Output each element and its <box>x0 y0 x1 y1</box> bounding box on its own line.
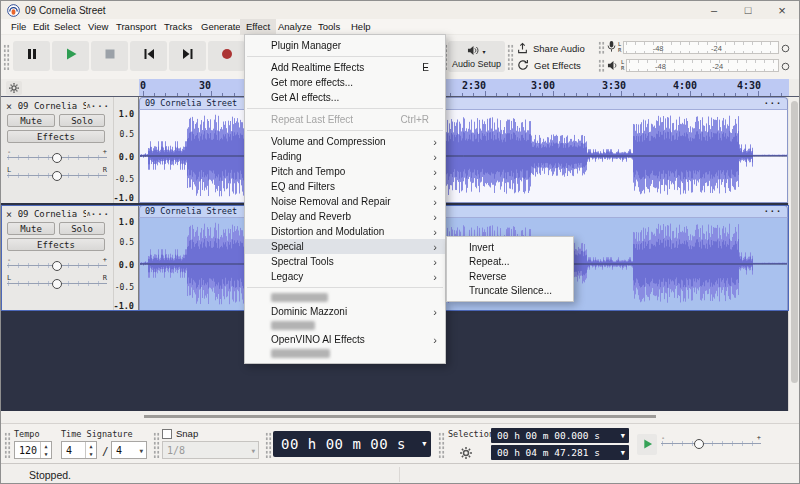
menu-item-legacy[interactable]: Legacy› <box>245 269 445 284</box>
menu-item-get-ai-effects[interactable]: Get AI effects... <box>245 90 445 105</box>
toolbar-grip[interactable] <box>598 59 605 72</box>
menubar-item-tools[interactable]: Tools <box>312 19 346 35</box>
slider-thumb[interactable] <box>52 171 62 181</box>
toolbar-grip[interactable] <box>153 432 160 458</box>
track-close-icon[interactable]: × <box>6 101 16 112</box>
stop-button[interactable] <box>91 41 128 71</box>
solo-button[interactable]: Solo <box>59 114 105 127</box>
menubar-item-analyze[interactable]: Analyze <box>272 19 318 35</box>
horizontal-scrollbar[interactable] <box>1 411 799 423</box>
pan-slider[interactable]: LR <box>7 167 107 180</box>
time-signature-upper-input[interactable]: 4 ▲▼ <box>61 441 97 459</box>
slider-thumb[interactable] <box>52 153 62 163</box>
timeline-options-button[interactable] <box>6 81 22 95</box>
submenu-item-reverse[interactable]: Reverse <box>447 269 573 284</box>
get-effects-button[interactable]: Get Effects <box>517 58 581 73</box>
toolbar-grip[interactable] <box>4 432 11 458</box>
record-button[interactable] <box>208 41 245 71</box>
play-button[interactable] <box>52 41 89 71</box>
pan-slider[interactable]: LR <box>7 275 107 288</box>
tempo-spinner[interactable]: ▲▼ <box>40 442 51 458</box>
gain-slider[interactable]: -+ <box>7 149 107 162</box>
close-button[interactable]: × <box>765 1 799 19</box>
playback-meter-bar[interactable]: -48-24 <box>626 59 779 72</box>
selection-start-field[interactable]: 00 h 00 m 00.000 s ▼ <box>491 428 629 443</box>
menubar-item-generate[interactable]: Generate <box>195 19 247 35</box>
slider-thumb[interactable] <box>694 439 704 449</box>
audio-setup-button[interactable]: ▾ Audio Setup <box>448 41 505 72</box>
menu-item-redacted[interactable] <box>245 291 445 304</box>
snap-checkbox[interactable]: Snap <box>162 428 198 439</box>
waveform-display[interactable] <box>139 110 788 203</box>
vertical-scrollbar-thumb[interactable] <box>791 101 798 383</box>
mute-button[interactable]: Mute <box>7 222 55 235</box>
toolbar-grip[interactable] <box>3 44 10 70</box>
track-menu-icon[interactable]: ··· <box>91 101 110 111</box>
clip-menu-icon[interactable]: ··· <box>764 98 782 109</box>
menu-item-eq-and-filters[interactable]: EQ and Filters› <box>245 179 445 194</box>
menu-item-openvino-ai-effects[interactable]: OpenVINO AI Effects› <box>245 332 445 347</box>
slider-thumb[interactable] <box>52 261 62 271</box>
slider-thumb[interactable] <box>52 279 62 289</box>
selection-end-field[interactable]: 00 h 04 m 47.281 s ▼ <box>491 445 629 460</box>
menu-item-redacted[interactable] <box>245 347 445 360</box>
menubar-item-tracks[interactable]: Tracks <box>158 19 198 35</box>
pause-button[interactable] <box>13 41 50 71</box>
submenu-item-truncate-silence[interactable]: Truncate Silence... <box>447 284 573 299</box>
audio-clip[interactable]: 09 Cornelia Street··· <box>139 97 788 203</box>
time-signature-spinner[interactable]: ▲▼ <box>85 442 96 458</box>
effects-button[interactable]: Effects <box>7 238 105 251</box>
menu-item-add-realtime-effects[interactable]: Add Realtime EffectsE <box>245 60 445 75</box>
menubar-item-select[interactable]: Select <box>48 19 86 35</box>
selection-settings-gear-icon[interactable] <box>460 445 472 463</box>
gain-slider[interactable]: -+ <box>7 257 107 270</box>
track-name[interactable]: 09 Cornelia S <box>18 101 86 111</box>
menu-item-redacted[interactable] <box>245 319 445 332</box>
mute-button[interactable]: Mute <box>7 114 55 127</box>
time-signature-lower-select[interactable]: 4 ▼ <box>111 441 147 459</box>
menu-item-get-more-effects[interactable]: Get more effects... <box>245 75 445 90</box>
solo-button[interactable]: Solo <box>59 222 105 235</box>
menubar-item-help[interactable]: Help <box>345 19 377 35</box>
track-menu-icon[interactable]: ··· <box>91 209 110 219</box>
menu-item-plugin-manager[interactable]: Plugin Manager <box>245 38 445 53</box>
waveform-canvas[interactable] <box>140 110 787 201</box>
vertical-scrollbar[interactable] <box>788 97 799 411</box>
submenu-item-repeat[interactable]: Repeat... <box>447 255 573 270</box>
clip-title-bar[interactable]: 09 Cornelia Street··· <box>139 97 788 110</box>
menu-item-pitch-and-tempo[interactable]: Pitch and Tempo› <box>245 164 445 179</box>
effects-button[interactable]: Effects <box>7 130 105 143</box>
skip-to-end-button[interactable] <box>169 41 206 71</box>
play-at-speed-button[interactable] <box>637 434 657 455</box>
menu-item-repeat-last-effect[interactable]: Repeat Last EffectCtrl+R <box>245 112 445 127</box>
toolbar-grip[interactable] <box>438 432 445 458</box>
menu-item-fading[interactable]: Fading› <box>245 149 445 164</box>
minimize-button[interactable]: – <box>697 1 731 19</box>
skip-to-start-button[interactable] <box>130 41 167 71</box>
record-meter-bar[interactable]: -48-24 <box>623 41 779 54</box>
clip-menu-icon[interactable]: ··· <box>764 206 782 217</box>
snap-mode-select[interactable]: 1/8 ▼ <box>162 441 259 459</box>
menu-item-spectral-tools[interactable]: Spectral Tools› <box>245 254 445 269</box>
audio-position-display[interactable]: 00 h 00 m 00 s ▼ <box>273 431 431 457</box>
tempo-input[interactable]: 120 ▲▼ <box>14 441 52 459</box>
menu-item-noise-removal-and-repair[interactable]: Noise Removal and Repair› <box>245 194 445 209</box>
record-meter[interactable]: LR-48-24 <box>598 40 790 55</box>
playback-speed-slider[interactable]: - + <box>661 435 761 451</box>
menu-item-special[interactable]: Special› <box>245 239 445 254</box>
share-audio-button[interactable]: Share Audio <box>517 41 585 56</box>
toolbar-grip[interactable] <box>598 41 605 54</box>
toolbar-grip[interactable] <box>265 432 272 458</box>
track-close-icon[interactable]: × <box>6 209 16 220</box>
menu-item-distortion-and-modulation[interactable]: Distortion and Modulation› <box>245 224 445 239</box>
menu-item-delay-and-reverb[interactable]: Delay and Reverb› <box>245 209 445 224</box>
menubar-item-transport[interactable]: Transport <box>110 19 162 35</box>
track-name[interactable]: 09 Cornelia S <box>18 209 86 219</box>
maximize-button[interactable]: □ <box>731 1 765 19</box>
timeline-scale[interactable]: 0302:303:003:304:004:30 <box>139 79 789 96</box>
playback-meter[interactable]: LR-48-24 <box>598 58 790 73</box>
menubar-item-effect[interactable]: Effect <box>240 19 276 35</box>
horizontal-scrollbar-thumb[interactable] <box>144 415 656 418</box>
toolbar-grip[interactable] <box>507 44 514 70</box>
submenu-item-invert[interactable]: Invert <box>447 240 573 255</box>
